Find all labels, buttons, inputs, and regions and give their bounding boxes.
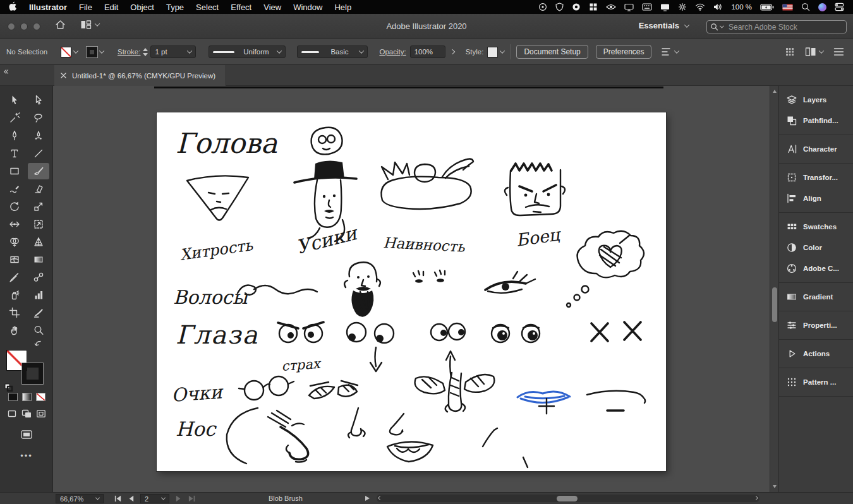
apple-menu-icon[interactable] bbox=[9, 1, 17, 13]
workspace-grid-icon[interactable] bbox=[785, 47, 795, 57]
collapse-toolbar-icon[interactable] bbox=[4, 70, 9, 73]
gradient-tool[interactable] bbox=[28, 251, 49, 268]
panel-transform[interactable]: Transfor... bbox=[779, 167, 853, 188]
rotate-tool[interactable] bbox=[4, 198, 25, 215]
stroke-weight-dropdown[interactable]: 1 pt bbox=[150, 45, 196, 58]
zoom-window-button[interactable] bbox=[33, 23, 40, 30]
panel-properties[interactable]: Properti... bbox=[779, 315, 853, 335]
menu-object[interactable]: Object bbox=[130, 3, 154, 12]
first-artboard-icon[interactable] bbox=[114, 495, 122, 503]
panel-pathfinder[interactable]: Pathfind... bbox=[779, 110, 853, 131]
direct-selection-tool[interactable] bbox=[28, 92, 49, 109]
wifi-icon[interactable] bbox=[695, 3, 705, 11]
horizontal-scrollbar[interactable] bbox=[377, 495, 759, 502]
previous-artboard-icon[interactable] bbox=[127, 495, 135, 503]
panel-swatches[interactable]: Swatches bbox=[779, 216, 853, 237]
mesh-tool[interactable] bbox=[4, 251, 25, 268]
window-grid-icon[interactable] bbox=[589, 3, 598, 11]
free-transform-tool[interactable] bbox=[28, 216, 49, 232]
menu-type[interactable]: Type bbox=[166, 3, 184, 12]
panel-pattern[interactable]: Pattern ... bbox=[779, 371, 853, 392]
line-segment-tool[interactable] bbox=[28, 145, 49, 162]
arrange-documents-button[interactable] bbox=[80, 20, 99, 30]
panel-color[interactable]: Color bbox=[779, 237, 853, 258]
opacity-field[interactable]: 100% bbox=[410, 45, 445, 58]
color-button[interactable] bbox=[8, 393, 18, 401]
menu-effect[interactable]: Effect bbox=[231, 3, 251, 12]
panel-adobe-color[interactable]: Adobe C... bbox=[779, 258, 853, 279]
siri-icon[interactable] bbox=[818, 3, 826, 11]
zoom-level-dropdown[interactable]: 66,67% bbox=[56, 494, 104, 503]
zoom-tool[interactable] bbox=[28, 322, 49, 339]
last-artboard-icon[interactable] bbox=[188, 495, 196, 503]
paintbrush-tool[interactable] bbox=[28, 163, 49, 179]
stroke-color-control[interactable] bbox=[87, 47, 104, 57]
menu-window[interactable]: Window bbox=[293, 3, 322, 12]
opacity-label[interactable]: Opacity: bbox=[379, 48, 406, 56]
menu-help[interactable]: Help bbox=[334, 3, 351, 12]
scroll-down-icon[interactable] bbox=[773, 485, 777, 488]
status-circle-icon[interactable] bbox=[538, 3, 547, 11]
draw-inside-icon[interactable] bbox=[36, 409, 46, 418]
scroll-up-icon[interactable] bbox=[773, 90, 777, 93]
menu-view[interactable]: View bbox=[263, 3, 281, 12]
battery-icon[interactable] bbox=[760, 4, 774, 11]
panel-menu-icon[interactable] bbox=[833, 47, 844, 56]
shaper-tool[interactable] bbox=[4, 181, 25, 197]
keyboard-icon[interactable] bbox=[642, 3, 652, 11]
rectangle-tool[interactable] bbox=[4, 163, 25, 179]
eye-icon[interactable] bbox=[606, 3, 616, 11]
selection-tool[interactable] bbox=[4, 92, 25, 109]
column-graph-tool[interactable] bbox=[28, 287, 49, 303]
screen-mode-icon[interactable] bbox=[20, 429, 33, 440]
stroke-weight-label[interactable]: Stroke: bbox=[118, 48, 140, 56]
artboard-number-dropdown[interactable]: 2 bbox=[140, 494, 169, 503]
stroke-weight-stepper[interactable] bbox=[143, 48, 148, 56]
panel-gradient[interactable]: Gradient bbox=[779, 286, 853, 307]
gradient-button[interactable] bbox=[22, 393, 32, 401]
blend-tool[interactable] bbox=[28, 269, 49, 285]
menu-select[interactable]: Select bbox=[196, 3, 219, 12]
slice-tool[interactable] bbox=[28, 304, 49, 321]
preferences-button[interactable]: Preferences bbox=[596, 45, 652, 59]
draw-normal-icon[interactable] bbox=[7, 409, 17, 418]
pen-tool[interactable] bbox=[4, 128, 25, 144]
default-fill-stroke-icon[interactable] bbox=[4, 383, 13, 392]
symbol-sprayer-tool[interactable] bbox=[4, 287, 25, 303]
scroll-right-icon[interactable] bbox=[754, 496, 758, 500]
menu-file[interactable]: File bbox=[79, 3, 92, 12]
eraser-tool[interactable] bbox=[28, 181, 49, 197]
scale-tool[interactable] bbox=[28, 198, 49, 215]
keyboard-flag-icon[interactable] bbox=[782, 4, 793, 11]
panel-align[interactable]: Align bbox=[779, 188, 853, 208]
menu-illustrator[interactable]: Illustrator bbox=[29, 3, 67, 12]
draw-behind-icon[interactable] bbox=[21, 409, 32, 418]
vertical-scroll-thumb[interactable] bbox=[772, 287, 777, 322]
none-button[interactable] bbox=[36, 393, 45, 401]
chevron-right-icon[interactable] bbox=[449, 49, 454, 54]
panel-layers[interactable]: Layers bbox=[779, 89, 853, 110]
canvas-pasteboard[interactable]: Голова Хитрость Усики Наивность Боец Вол… bbox=[53, 86, 778, 492]
fill-color-control[interactable] bbox=[61, 47, 78, 57]
vertical-scrollbar[interactable] bbox=[770, 86, 778, 492]
align-dropdown[interactable] bbox=[660, 46, 679, 57]
perspective-grid-tool[interactable] bbox=[28, 234, 49, 250]
next-artboard-icon[interactable] bbox=[174, 495, 183, 503]
width-tool[interactable] bbox=[4, 216, 25, 232]
scroll-left-icon[interactable] bbox=[378, 496, 382, 500]
panel-character[interactable]: Character bbox=[779, 138, 853, 159]
stroke-swatch-black[interactable] bbox=[22, 363, 43, 384]
width-profile-dropdown[interactable]: Uniform bbox=[209, 45, 286, 58]
menu-edit[interactable]: Edit bbox=[104, 3, 118, 12]
record-icon[interactable] bbox=[572, 3, 581, 11]
shield-icon[interactable] bbox=[555, 3, 564, 11]
close-window-button[interactable] bbox=[8, 23, 15, 30]
brush-definition-dropdown[interactable]: Basic bbox=[297, 45, 368, 58]
shape-builder-tool[interactable] bbox=[4, 234, 25, 250]
eyedropper-tool[interactable] bbox=[4, 269, 25, 285]
volume-icon[interactable] bbox=[713, 3, 723, 11]
document-setup-button[interactable]: Document Setup bbox=[516, 45, 588, 59]
close-tab-icon[interactable] bbox=[61, 73, 66, 78]
panel-actions[interactable]: Actions bbox=[779, 343, 853, 364]
minimize-window-button[interactable] bbox=[20, 23, 28, 30]
